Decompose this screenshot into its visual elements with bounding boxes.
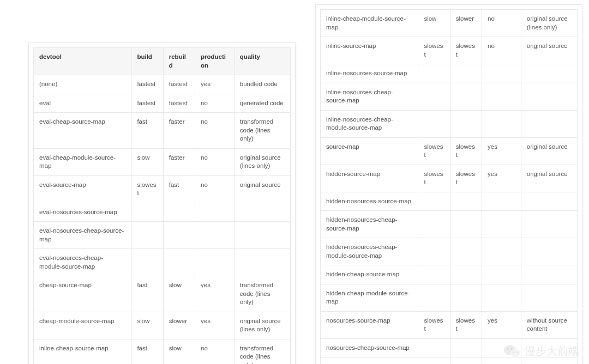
right-table-card: inline-cheap-module-source-mapslowslower… [315, 4, 582, 364]
cell-build: slowest [418, 37, 450, 64]
cell-production [195, 249, 235, 276]
cell-devtool: eval-nosources-cheap-module-source-map [34, 249, 131, 276]
table-row: cheap-module-source-mapslowsloweryesorig… [34, 312, 291, 339]
cell-production [482, 83, 521, 110]
cell-rebuild: faster [163, 148, 195, 175]
cell-production: no [195, 148, 235, 175]
cell-quality [521, 64, 577, 83]
cell-build [418, 265, 450, 284]
cell-quality: transformed code (lines only) [234, 339, 290, 364]
cell-rebuild: slower [163, 312, 195, 339]
cell-quality: transformed code (lines only) [234, 113, 290, 149]
cell-rebuild [450, 284, 482, 311]
cell-rebuild: slow [163, 339, 195, 364]
table-row: inline-nosources-cheap-source-map [321, 83, 578, 110]
table-row: hidden-nosources-cheap-source-map [321, 211, 578, 238]
cell-quality: original source [521, 165, 577, 192]
cell-rebuild [450, 338, 482, 357]
cell-build [418, 338, 450, 357]
table-row: inline-cheap-source-mapfastslownotransfo… [34, 339, 291, 364]
cell-devtool: hidden-cheap-source-map [321, 265, 418, 284]
cell-rebuild: slowest [450, 165, 482, 192]
th-devtool: devtool [34, 48, 131, 75]
cell-rebuild [450, 265, 482, 284]
cell-production: yes [195, 312, 235, 339]
cell-rebuild [163, 222, 195, 249]
cell-devtool: eval-cheap-module-source-map [34, 148, 131, 175]
cell-rebuild [450, 357, 482, 364]
cell-quality [521, 357, 577, 364]
cell-quality [521, 265, 577, 284]
table-row: eval-nosources-cheap-module-source-map [34, 249, 291, 276]
cell-build [418, 284, 450, 311]
cell-devtool: inline-nosources-cheap-module-source-map [321, 110, 418, 137]
cell-quality: original source [521, 37, 577, 64]
cell-build [418, 357, 450, 364]
cell-production: yes [195, 75, 235, 94]
cell-build [418, 83, 450, 110]
cell-production [482, 192, 521, 211]
table-row: nosources-source-mapslowestslowestyeswit… [321, 311, 578, 338]
table-row: source-mapslowestslowestyesoriginal sour… [321, 137, 578, 165]
table-row: nosources-cheap-module-source-map [321, 357, 578, 364]
cell-devtool: hidden-source-map [321, 165, 418, 192]
cell-devtool: inline-cheap-source-map [34, 339, 131, 364]
cell-quality [521, 211, 577, 238]
cell-quality [521, 83, 577, 110]
cell-rebuild [450, 83, 482, 110]
cell-devtool: source-map [321, 137, 418, 165]
cell-devtool: nosources-cheap-source-map [321, 338, 418, 357]
cell-build [131, 249, 163, 276]
cell-quality: original source [521, 137, 577, 165]
cell-devtool: inline-cheap-module-source-map [321, 10, 418, 37]
cell-quality [521, 238, 577, 265]
left-table-card: devtool build rebuild production quality… [28, 43, 296, 364]
cell-quality [521, 192, 577, 211]
cell-quality: original source (lines only) [234, 312, 290, 339]
table-row: hidden-nosources-cheap-module-source-map [321, 238, 578, 265]
cell-production: no [195, 339, 235, 364]
table-row: nosources-cheap-source-map [321, 338, 578, 357]
cell-devtool: (none) [34, 75, 131, 94]
cell-devtool: eval-source-map [34, 175, 131, 203]
cell-build: slowest [418, 165, 450, 192]
cell-quality: bundled code [234, 75, 290, 94]
cell-devtool: eval-nosources-cheap-source-map [34, 222, 131, 249]
cell-rebuild: slow [163, 276, 195, 312]
cell-quality [234, 222, 290, 249]
table-row: inline-source-mapslowestslowestnoorigina… [321, 37, 578, 64]
cell-rebuild [450, 64, 482, 83]
cell-production [482, 64, 521, 83]
cell-devtool: hidden-nosources-cheap-module-source-map [321, 238, 418, 265]
cell-devtool: hidden-nosources-cheap-source-map [321, 211, 418, 238]
table-row: inline-nosources-cheap-module-source-map [321, 110, 578, 137]
th-rebuild: rebuild [163, 48, 195, 75]
cell-quality: original source [234, 175, 290, 203]
cell-devtool: eval [34, 94, 131, 113]
cell-build [418, 192, 450, 211]
th-build: build [131, 48, 163, 75]
cell-build [131, 203, 163, 222]
cell-quality [234, 203, 290, 222]
cell-devtool: inline-nosources-source-map [321, 64, 418, 83]
cell-devtool: cheap-source-map [34, 276, 131, 312]
cell-production: no [195, 175, 235, 203]
th-quality: quality [234, 48, 290, 75]
cell-production: yes [195, 276, 235, 312]
cell-devtool: inline-nosources-cheap-source-map [321, 83, 418, 110]
cell-production [482, 357, 521, 364]
devtool-table-left: devtool build rebuild production quality… [33, 47, 291, 364]
cell-quality: original source (lines only) [234, 148, 290, 175]
cell-production [195, 222, 235, 249]
cell-production [482, 265, 521, 284]
cell-rebuild [163, 249, 195, 276]
cell-production: yes [482, 137, 521, 165]
cell-build: slowest [131, 175, 163, 203]
cell-production: no [195, 94, 235, 113]
cell-build [418, 110, 450, 137]
th-production: production [195, 48, 235, 75]
cell-devtool: nosources-source-map [321, 311, 418, 338]
table-row: eval-nosources-source-map [34, 203, 291, 222]
cell-build: fastest [131, 75, 163, 94]
cell-build: fast [131, 339, 163, 364]
